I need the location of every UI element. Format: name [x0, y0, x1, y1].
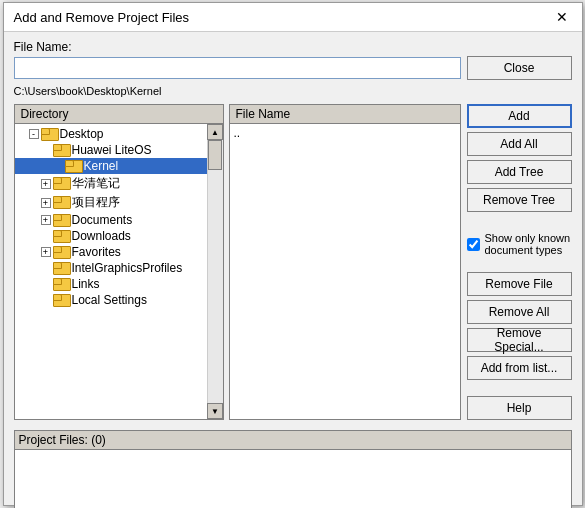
folder-icon-favorites	[53, 246, 69, 259]
title-bar: Add and Remove Project Files ✕	[4, 3, 582, 32]
tree-item-documents[interactable]: +Documents	[15, 212, 207, 228]
directory-tree-container: -DesktopHuawei LiteOSKernel+华清笔记+项目程序+Do…	[14, 123, 224, 420]
tree-item-desktop[interactable]: -Desktop	[15, 126, 207, 142]
tree-label-links: Links	[72, 277, 100, 291]
folder-icon-desktop	[41, 128, 57, 141]
close-button[interactable]: Close	[467, 56, 572, 80]
dialog-title: Add and Remove Project Files	[14, 10, 190, 25]
spacer3	[467, 384, 572, 392]
directory-scrollbar: ▲ ▼	[207, 124, 223, 419]
folder-icon-huawei	[53, 144, 69, 157]
scroll-track	[208, 140, 223, 403]
file-name-list[interactable]: ..	[229, 123, 461, 420]
project-files-section: Project Files: (0)	[14, 430, 572, 508]
tree-label-desktop: Desktop	[60, 127, 104, 141]
show-known-types-checkbox[interactable]	[467, 238, 480, 251]
directory-header: Directory	[14, 104, 224, 123]
tree-label-documents: Documents	[72, 213, 133, 227]
expand-btn-favorites[interactable]: +	[41, 247, 51, 257]
scroll-up-btn[interactable]: ▲	[207, 124, 223, 140]
scroll-down-btn[interactable]: ▼	[207, 403, 223, 419]
spacer2	[467, 260, 572, 268]
remove-all-button[interactable]: Remove All	[467, 300, 572, 324]
project-files-list[interactable]	[14, 449, 572, 508]
tree-label-huaqing: 华清笔记	[72, 175, 120, 192]
remove-special-button[interactable]: Remove Special...	[467, 328, 572, 352]
expand-btn-documents[interactable]: +	[41, 215, 51, 225]
scroll-thumb[interactable]	[208, 140, 222, 170]
tree-item-huaqing[interactable]: +华清笔记	[15, 174, 207, 193]
tree-label-localsettings: Local Settings	[72, 293, 147, 307]
add-all-button[interactable]: Add All	[467, 132, 572, 156]
file-name-pane: File Name ..	[229, 104, 461, 420]
show-known-types-label: Show only known document types	[485, 232, 572, 256]
tree-item-kernel[interactable]: Kernel	[15, 158, 207, 174]
folder-icon-intgraphics	[53, 262, 69, 275]
folder-icon-kernel	[65, 160, 81, 173]
tree-label-favorites: Favorites	[72, 245, 121, 259]
tree-item-intgraphics[interactable]: IntelGraphicsProfiles	[15, 260, 207, 276]
checkbox-row: Show only known document types	[467, 232, 572, 256]
folder-icon-downloads	[53, 230, 69, 243]
tree-label-intgraphics: IntelGraphicsProfiles	[72, 261, 183, 275]
project-files-header: Project Files: (0)	[14, 430, 572, 449]
tree-label-kernel: Kernel	[84, 159, 119, 173]
current-path: C:\Users\book\Desktop\Kernel	[14, 85, 572, 97]
file-name-label: File Name:	[14, 40, 572, 54]
file-name-section: File Name: Close	[14, 40, 572, 80]
add-tree-button[interactable]: Add Tree	[467, 160, 572, 184]
tree-item-huawei[interactable]: Huawei LiteOS	[15, 142, 207, 158]
dialog-window: Add and Remove Project Files ✕ File Name…	[3, 2, 583, 506]
right-buttons-panel: Add Add All Add Tree Remove Tree Show on…	[467, 104, 572, 420]
folder-icon-huaqing	[53, 177, 69, 190]
help-button[interactable]: Help	[467, 396, 572, 420]
tree-item-favorites[interactable]: +Favorites	[15, 244, 207, 260]
expand-btn-project[interactable]: +	[41, 198, 51, 208]
remove-tree-button[interactable]: Remove Tree	[467, 188, 572, 212]
dialog-body: File Name: Close C:\Users\book\Desktop\K…	[4, 32, 582, 508]
add-from-list-button[interactable]: Add from list...	[467, 356, 572, 380]
add-button[interactable]: Add	[467, 104, 572, 128]
directory-pane: Directory -DesktopHuawei LiteOSKernel+华清…	[14, 104, 224, 420]
tree-label-huawei: Huawei LiteOS	[72, 143, 152, 157]
expand-btn-desktop[interactable]: -	[29, 129, 39, 139]
file-name-pane-header: File Name	[229, 104, 461, 123]
folder-icon-localsettings	[53, 294, 69, 307]
spacer1	[467, 216, 572, 224]
file-item-dotdot[interactable]: ..	[230, 124, 245, 419]
folder-icon-project	[53, 196, 69, 209]
tree-item-downloads[interactable]: Downloads	[15, 228, 207, 244]
folder-icon-documents	[53, 214, 69, 227]
tree-item-localsettings[interactable]: Local Settings	[15, 292, 207, 308]
tree-item-links[interactable]: Links	[15, 276, 207, 292]
tree-label-downloads: Downloads	[72, 229, 131, 243]
remove-file-button[interactable]: Remove File	[467, 272, 572, 296]
tree-label-project: 项目程序	[72, 194, 120, 211]
file-name-input[interactable]	[14, 57, 461, 79]
expand-btn-huaqing[interactable]: +	[41, 179, 51, 189]
directory-tree-scroll[interactable]: -DesktopHuawei LiteOSKernel+华清笔记+项目程序+Do…	[15, 124, 207, 419]
close-icon[interactable]: ✕	[552, 9, 572, 25]
tree-item-project[interactable]: +项目程序	[15, 193, 207, 212]
folder-icon-links	[53, 278, 69, 291]
